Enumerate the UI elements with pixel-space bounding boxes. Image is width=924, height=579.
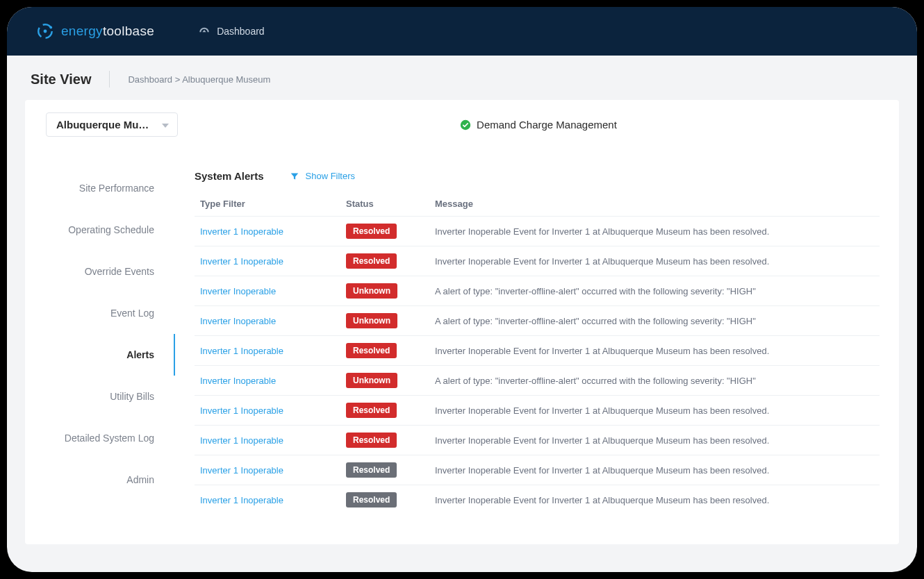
alert-status-cell: Resolved [340, 336, 429, 366]
alert-status-cell: Unknown [340, 366, 429, 396]
check-circle-icon [460, 119, 471, 131]
sidebar-item-admin[interactable]: Admin [25, 459, 175, 501]
alert-type-cell: Inverter 1 Inoperable [195, 246, 340, 276]
alert-message-cell: Inverter Inoperable Event for Inverter 1… [429, 485, 880, 515]
mode-badge: Demand Charge Management [460, 119, 617, 131]
alert-status-cell: Resolved [340, 455, 429, 485]
alert-type-link[interactable]: Inverter Inoperable [200, 376, 276, 386]
status-badge: Resolved [346, 343, 397, 358]
alert-status-cell: Resolved [340, 246, 429, 276]
alert-status-cell: Resolved [340, 217, 429, 246]
alert-message-cell: Inverter Inoperable Event for Inverter 1… [429, 336, 880, 366]
divider [109, 71, 110, 87]
mode-label: Demand Charge Management [477, 119, 617, 131]
table-row[interactable]: Inverter 1 InoperableResolvedInverter In… [195, 246, 880, 276]
sidebar-item-detailed-system-log[interactable]: Detailed System Log [25, 417, 175, 459]
alert-type-cell: Inverter 1 Inoperable [195, 426, 340, 455]
status-badge: Unknown [346, 283, 397, 299]
col-status[interactable]: Status [340, 192, 429, 217]
alert-type-cell: Inverter 1 Inoperable [195, 336, 340, 366]
alert-message-cell: A alert of type: "inverter-offline-alert… [429, 366, 880, 396]
section-title: System Alerts [195, 170, 264, 182]
table-row[interactable]: Inverter 1 InoperableResolvedInverter In… [195, 336, 880, 366]
status-badge: Resolved [346, 253, 397, 269]
table-row[interactable]: Inverter 1 InoperableResolvedInverter In… [195, 396, 880, 426]
alert-type-cell: Inverter Inoperable [195, 276, 340, 306]
alert-type-link[interactable]: Inverter 1 Inoperable [200, 465, 283, 476]
brand-text: energytoolbase [61, 24, 154, 39]
brand: energytoolbase [36, 22, 154, 40]
alert-message-cell: Inverter Inoperable Event for Inverter 1… [429, 396, 880, 426]
alert-message-cell: Inverter Inoperable Event for Inverter 1… [429, 426, 880, 455]
alerts-table: Type Filter Status Message Inverter 1 In… [195, 192, 880, 514]
breadcrumb: Dashboard > Albuquerque Museum [128, 74, 270, 85]
status-badge: Resolved [346, 462, 397, 478]
alert-type-cell: Inverter 1 Inoperable [195, 396, 340, 426]
alert-message-cell: Inverter Inoperable Event for Inverter 1… [429, 217, 880, 246]
alert-status-cell: Resolved [340, 426, 429, 455]
sidebar-item-site-performance[interactable]: Site Performance [25, 167, 175, 209]
svg-point-1 [44, 30, 47, 33]
alert-type-link[interactable]: Inverter 1 Inoperable [200, 226, 283, 237]
nav-dashboard[interactable]: Dashboard [199, 26, 265, 37]
sidebar-item-event-log[interactable]: Event Log [25, 292, 175, 334]
status-badge: Unknown [346, 313, 397, 328]
brand-logo-icon [36, 22, 54, 40]
table-row[interactable]: Inverter InoperableUnknownA alert of typ… [195, 306, 880, 336]
sidebar-item-utility-bills[interactable]: Utility Bills [25, 376, 175, 417]
alert-type-link[interactable]: Inverter 1 Inoperable [200, 495, 283, 505]
sidebar: Site PerformanceOperating ScheduleOverri… [25, 149, 175, 521]
table-row[interactable]: Inverter 1 InoperableResolvedInverter In… [195, 217, 880, 246]
alert-type-link[interactable]: Inverter Inoperable [200, 316, 276, 326]
status-badge: Resolved [346, 403, 397, 418]
section-head: System Alerts Show Filters [195, 170, 880, 182]
filter-icon [290, 172, 299, 181]
alert-message-cell: A alert of type: "inverter-offline-alert… [429, 306, 880, 336]
alert-type-link[interactable]: Inverter 1 Inoperable [200, 405, 283, 416]
show-filters[interactable]: Show Filters [290, 171, 356, 181]
svg-point-2 [49, 26, 52, 28]
table-row[interactable]: Inverter InoperableUnknownA alert of typ… [195, 366, 880, 396]
page-title: Site View [31, 72, 91, 87]
content-area: Albuquerque Muse… Demand Charge Manageme… [25, 100, 899, 544]
gauge-icon [199, 26, 210, 37]
alert-type-link[interactable]: Inverter 1 Inoperable [200, 256, 283, 267]
show-filters-label: Show Filters [306, 171, 356, 181]
col-type[interactable]: Type Filter [195, 192, 340, 217]
breadcrumb-home[interactable]: Dashboard [128, 74, 172, 85]
content-top: Albuquerque Muse… Demand Charge Manageme… [25, 100, 899, 149]
app-frame: energytoolbase Dashboard Site View Dashb… [7, 7, 917, 572]
status-badge: Unknown [346, 373, 397, 388]
status-badge: Resolved [346, 433, 397, 448]
content-body: Site PerformanceOperating ScheduleOverri… [25, 149, 899, 521]
breadcrumb-site: Albuquerque Museum [182, 74, 270, 85]
alert-type-cell: Inverter Inoperable [195, 306, 340, 336]
site-select[interactable]: Albuquerque Muse… [46, 112, 178, 137]
main: System Alerts Show Filters Type Filter S… [175, 149, 899, 521]
alert-type-link[interactable]: Inverter 1 Inoperable [200, 435, 283, 446]
alert-type-cell: Inverter 1 Inoperable [195, 217, 340, 246]
status-badge: Resolved [346, 492, 397, 507]
alert-status-cell: Unknown [340, 306, 429, 336]
col-message[interactable]: Message [429, 192, 880, 217]
table-row[interactable]: Inverter 1 InoperableResolvedInverter In… [195, 426, 880, 455]
sidebar-item-override-events[interactable]: Override Events [25, 251, 175, 292]
sidebar-item-alerts[interactable]: Alerts [25, 334, 175, 376]
table-row[interactable]: Inverter 1 InoperableResolvedInverter In… [195, 485, 880, 515]
alert-message-cell: Inverter Inoperable Event for Inverter 1… [429, 246, 880, 276]
alert-type-link[interactable]: Inverter Inoperable [200, 286, 276, 296]
sidebar-item-operating-schedule[interactable]: Operating Schedule [25, 209, 175, 251]
header-row: Site View Dashboard > Albuquerque Museum [7, 56, 917, 100]
alert-message-cell: A alert of type: "inverter-offline-alert… [429, 276, 880, 306]
status-badge: Resolved [346, 224, 397, 239]
alert-type-cell: Inverter 1 Inoperable [195, 485, 340, 515]
nav-dashboard-label: Dashboard [217, 26, 265, 37]
alert-type-cell: Inverter Inoperable [195, 366, 340, 396]
table-row[interactable]: Inverter InoperableUnknownA alert of typ… [195, 276, 880, 306]
table-row[interactable]: Inverter 1 InoperableResolvedInverter In… [195, 455, 880, 485]
topbar: energytoolbase Dashboard [7, 7, 917, 56]
alert-type-link[interactable]: Inverter 1 Inoperable [200, 346, 283, 356]
alert-status-cell: Unknown [340, 276, 429, 306]
alert-status-cell: Resolved [340, 396, 429, 426]
alert-status-cell: Resolved [340, 485, 429, 515]
